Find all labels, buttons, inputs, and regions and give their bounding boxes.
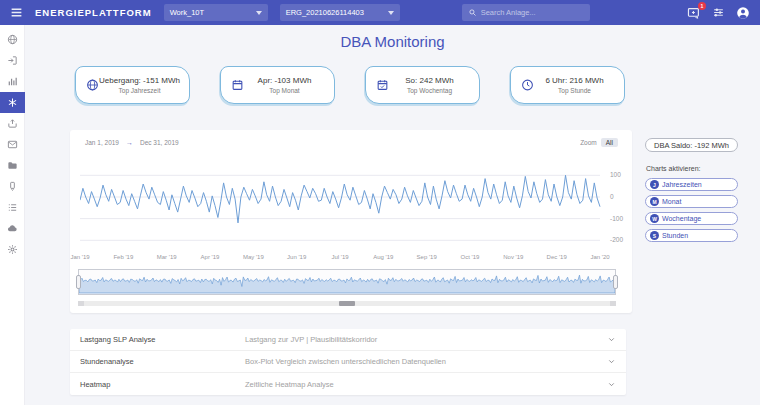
- chart-toggles: J JahreszeitenM MonatW WochentageS Stund…: [645, 178, 738, 242]
- clock-icon-wrap: [521, 79, 534, 92]
- toggle-badge: S: [650, 231, 659, 240]
- chevron-down-icon[interactable]: [607, 335, 616, 344]
- chevron-down-icon: [607, 335, 616, 344]
- clock-icon: [521, 79, 534, 92]
- device-icon: [7, 181, 18, 192]
- x-tick-label: Jan '20: [590, 254, 609, 260]
- sidebar-item-exit[interactable]: [0, 50, 25, 71]
- stat-card-title: 6 Uhr: 216 MWh: [545, 76, 603, 85]
- app-title: ENERGIEPLATTFORM: [35, 7, 152, 18]
- export-icon: [7, 118, 18, 129]
- calendar-icon-wrap: [231, 79, 244, 92]
- toggle-label: Wochentage: [662, 215, 701, 222]
- stat-card-0: Uebergang: -151 MWh Top Jahreszeit: [75, 66, 190, 104]
- scrollbar-thumb[interactable]: [339, 301, 355, 306]
- chart-header: Jan 1, 2019 → Dec 31, 2019 Zoom All: [82, 137, 618, 148]
- x-tick-label: Jul '19: [331, 254, 348, 260]
- x-tick-label: Mar '19: [157, 254, 177, 260]
- stat-card-title: Uebergang: -151 MWh: [99, 76, 180, 85]
- svg-text:0: 0: [610, 193, 614, 200]
- x-tick-label: Dec '19: [547, 254, 567, 260]
- x-tick-label: Sep '19: [417, 254, 437, 260]
- zoom-all-button[interactable]: All: [601, 138, 618, 147]
- globe-icon: [86, 79, 99, 92]
- sidebar-item-gear[interactable]: [0, 239, 25, 260]
- range-slider-left-handle[interactable]: [76, 275, 81, 289]
- accordion-row-0[interactable]: Lastgang SLP Analyse Lastgang zur JVP | …: [70, 329, 626, 351]
- calendar-check-icon-wrap: [376, 79, 389, 92]
- line-chart[interactable]: 1000-100-200: [80, 154, 632, 254]
- workspace-select[interactable]: Work_10T: [164, 4, 268, 21]
- chevron-down-icon[interactable]: [607, 380, 616, 389]
- x-tick-label: Aug '19: [373, 254, 393, 260]
- menu-button[interactable]: [10, 6, 23, 19]
- zoom-label: Zoom: [580, 139, 597, 146]
- sidebar-item-folder[interactable]: [0, 155, 25, 176]
- analysis-accordion: Lastgang SLP Analyse Lastgang zur JVP | …: [70, 329, 626, 395]
- toggle-jahreszeiten[interactable]: J Jahreszeiten: [645, 178, 738, 191]
- chart-panel: Jan 1, 2019 → Dec 31, 2019 Zoom All 1000…: [70, 130, 632, 313]
- x-tick-label: Nov '19: [503, 254, 523, 260]
- range-slider-right-handle[interactable]: [613, 275, 618, 289]
- x-tick-label: Jan '19: [70, 254, 89, 260]
- mail-icon: [7, 139, 18, 150]
- stat-card-1: Apr: -103 MWh Top Monat: [220, 66, 335, 104]
- sidebar-item-chart[interactable]: [0, 71, 25, 92]
- top-navbar: ENERGIEPLATTFORM Work_10T ERG_2021062611…: [0, 0, 760, 25]
- account-button[interactable]: [736, 6, 750, 20]
- sidebar-item-device[interactable]: [0, 176, 25, 197]
- search-box[interactable]: [462, 4, 590, 21]
- notification-badge: 1: [698, 2, 706, 10]
- toggle-monat[interactable]: M Monat: [645, 195, 738, 208]
- chart-scrollbar[interactable]: [78, 301, 616, 306]
- sidebar-item-globe[interactable]: [0, 29, 25, 50]
- toggle-label: Monat: [662, 198, 681, 205]
- sidebar-item-export[interactable]: [0, 113, 25, 134]
- stat-card-2: So: 242 MWh Top Wochentag: [365, 66, 480, 104]
- calendar-icon: [231, 79, 244, 92]
- date-range-end-input[interactable]: Dec 31, 2019: [137, 137, 182, 148]
- accordion-row-2[interactable]: Heatmap Zeitliche Heatmap Analyse: [70, 373, 626, 395]
- svg-text:-100: -100: [610, 215, 623, 222]
- stat-card-title: So: 242 MWh: [405, 76, 453, 85]
- chevron-down-icon[interactable]: [607, 357, 616, 366]
- scrollbar-right-arrow[interactable]: [610, 301, 616, 306]
- sidebar-item-mail[interactable]: [0, 134, 25, 155]
- sidebar: [0, 25, 25, 405]
- analysis-select-value: ERG_20210626114403: [286, 8, 364, 17]
- accordion-title: Stundenanalyse: [80, 357, 245, 366]
- add-report-button[interactable]: 1: [687, 6, 701, 20]
- x-tick-label: Oct '19: [461, 254, 480, 260]
- chevron-down-icon: [607, 357, 616, 366]
- range-slider[interactable]: [78, 269, 616, 295]
- folder-icon: [7, 160, 18, 171]
- accordion-description: Box-Plot Vergleich zwischen unterschiedl…: [245, 357, 607, 366]
- list-icon: [7, 202, 18, 213]
- toggle-wochentage[interactable]: W Wochentage: [645, 212, 738, 225]
- sidebar-item-hub[interactable]: [0, 92, 25, 113]
- scrollbar-left-arrow[interactable]: [78, 301, 84, 306]
- x-axis-labels: Jan '19Feb '19Mar '19Apr '19May '19Jun '…: [80, 254, 600, 263]
- accordion-description: Zeitliche Heatmap Analyse: [245, 380, 607, 389]
- x-tick-label: May '19: [243, 254, 264, 260]
- date-range-start-input[interactable]: Jan 1, 2019: [82, 137, 122, 148]
- analysis-select[interactable]: ERG_20210626114403: [280, 4, 400, 21]
- date-range: Jan 1, 2019 → Dec 31, 2019: [82, 137, 182, 148]
- search-input[interactable]: [481, 8, 581, 17]
- hub-icon: [7, 97, 18, 108]
- sidebar-item-cloud[interactable]: [0, 218, 25, 239]
- stat-card-3: 6 Uhr: 216 MWh Top Stunde: [510, 66, 625, 104]
- toggle-stunden[interactable]: S Stunden: [645, 229, 738, 242]
- stat-cards: Uebergang: -151 MWh Top Jahreszeit Apr: …: [75, 66, 625, 104]
- filter-settings-button[interactable]: [712, 6, 725, 19]
- chevron-down-icon: [607, 380, 616, 389]
- accordion-row-1[interactable]: Stundenanalyse Box-Plot Vergleich zwisch…: [70, 351, 626, 373]
- stat-card-title: Apr: -103 MWh: [258, 76, 312, 85]
- dba-saldo-badge: DBA Saldo: -192 MWh: [645, 138, 738, 152]
- exit-icon: [7, 55, 18, 66]
- charts-activate-label: Charts aktivieren:: [646, 165, 738, 172]
- chart-icon: [7, 76, 18, 87]
- toggle-label: Stunden: [662, 232, 688, 239]
- toggle-badge: M: [650, 197, 659, 206]
- sidebar-item-list[interactable]: [0, 197, 25, 218]
